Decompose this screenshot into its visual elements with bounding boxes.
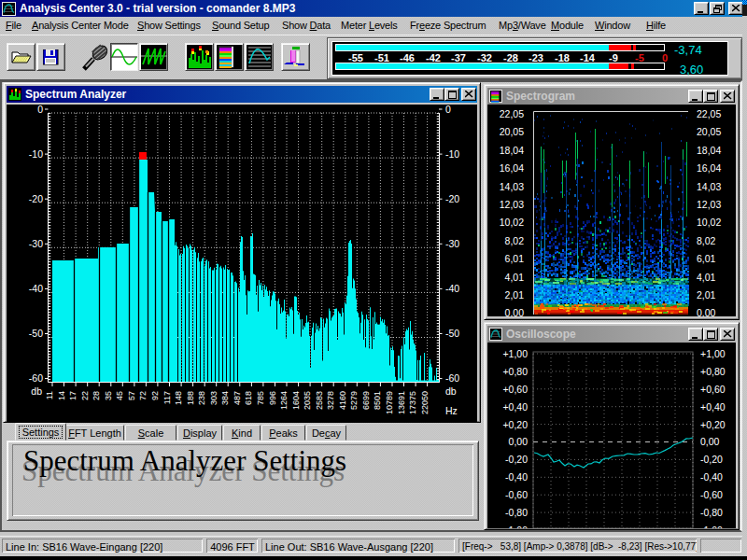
svg-text:0: 0 [445, 105, 451, 115]
svg-text:45: 45 [115, 391, 124, 400]
svg-text:+0,60: +0,60 [700, 384, 726, 395]
svg-text:-1,00: -1,00 [700, 525, 723, 528]
svg-text:4160: 4160 [338, 391, 347, 410]
svg-text:12,03: 12,03 [500, 199, 524, 210]
svg-text:22050: 22050 [420, 391, 430, 414]
svg-text:14,03: 14,03 [697, 181, 721, 192]
svg-text:-20: -20 [29, 193, 43, 204]
svg-text:5279: 5279 [349, 391, 359, 410]
svg-text:4,01: 4,01 [505, 272, 525, 283]
svg-text:+0,80: +0,80 [700, 366, 726, 377]
svg-text:188: 188 [186, 391, 195, 405]
svg-text:14,03: 14,03 [500, 181, 524, 192]
svg-text:-0,40: -0,40 [505, 471, 528, 483]
svg-text:2,01: 2,01 [697, 289, 716, 301]
svg-text:14: 14 [57, 391, 66, 400]
svg-text:117: 117 [162, 391, 172, 404]
svg-text:8,02: 8,02 [697, 235, 716, 246]
svg-text:384: 384 [220, 391, 230, 405]
svg-text:2,01: 2,01 [505, 289, 525, 301]
svg-text:2583: 2583 [315, 391, 324, 410]
svg-text:-10: -10 [445, 148, 459, 160]
svg-text:35: 35 [104, 391, 113, 400]
svg-text:+0,40: +0,40 [700, 401, 726, 413]
svg-text:72: 72 [138, 391, 148, 400]
svg-text:-40: -40 [29, 283, 43, 294]
svg-text:18,04: 18,04 [500, 145, 524, 156]
svg-text:-60: -60 [29, 372, 43, 384]
svg-text:17: 17 [68, 391, 78, 400]
svg-text:-0,40: -0,40 [700, 471, 723, 483]
svg-text:-50: -50 [445, 328, 459, 339]
svg-text:-30: -30 [445, 238, 459, 249]
svg-text:-60: -60 [445, 372, 459, 384]
svg-text:11: 11 [45, 391, 54, 399]
svg-text:2035: 2035 [303, 391, 312, 410]
svg-text:20,05: 20,05 [500, 126, 524, 137]
svg-text:-1,00: -1,00 [505, 525, 528, 528]
svg-text:13691: 13691 [397, 391, 406, 414]
svg-text:148: 148 [174, 391, 183, 405]
svg-text:-10: -10 [29, 148, 43, 160]
svg-text:0,00: 0,00 [697, 307, 716, 316]
svg-text:0,00: 0,00 [505, 307, 525, 316]
svg-text:-0,20: -0,20 [505, 454, 528, 465]
svg-text:57: 57 [127, 391, 136, 400]
svg-text:10789: 10789 [385, 391, 394, 414]
svg-text:10,02: 10,02 [697, 217, 721, 228]
svg-text:6699: 6699 [361, 391, 371, 410]
svg-text:-30: -30 [29, 238, 43, 249]
svg-text:+0,20: +0,20 [502, 419, 528, 430]
svg-text:303: 303 [209, 391, 218, 405]
svg-text:4,01: 4,01 [697, 272, 716, 283]
svg-text:487: 487 [233, 391, 242, 405]
svg-text:92: 92 [150, 391, 160, 400]
svg-text:0: 0 [37, 105, 43, 115]
svg-text:12,03: 12,03 [697, 199, 721, 210]
svg-text:6,01: 6,01 [697, 253, 716, 264]
svg-text:+0,80: +0,80 [502, 366, 528, 377]
svg-text:16,04: 16,04 [697, 162, 721, 174]
svg-text:16,04: 16,04 [500, 162, 524, 174]
svg-text:0,00: 0,00 [700, 436, 720, 447]
svg-text:-0,80: -0,80 [505, 507, 528, 518]
svg-text:238: 238 [197, 391, 206, 405]
svg-text:996: 996 [268, 391, 277, 405]
svg-text:Hz: Hz [445, 405, 458, 416]
svg-text:+1,00: +1,00 [700, 348, 726, 359]
svg-text:-0,60: -0,60 [505, 489, 528, 500]
svg-text:17375: 17375 [408, 391, 417, 414]
svg-text:20,05: 20,05 [697, 126, 721, 137]
svg-text:+0,40: +0,40 [502, 401, 528, 413]
svg-text:28: 28 [92, 391, 101, 400]
svg-text:22: 22 [80, 391, 90, 400]
svg-text:-0,80: -0,80 [700, 507, 723, 518]
svg-text:+0,20: +0,20 [700, 419, 726, 430]
svg-text:-50: -50 [29, 328, 43, 339]
svg-text:+0,60: +0,60 [502, 384, 528, 395]
svg-text:-0,60: -0,60 [700, 489, 723, 500]
svg-text:6,01: 6,01 [505, 253, 525, 264]
svg-text:db: db [31, 385, 42, 397]
svg-text:+1,00: +1,00 [502, 348, 528, 359]
svg-text:22,05: 22,05 [697, 108, 721, 119]
svg-text:8501: 8501 [373, 391, 382, 410]
svg-text:18,04: 18,04 [697, 145, 721, 156]
svg-text:10,02: 10,02 [500, 217, 524, 228]
svg-text:0,00: 0,00 [509, 436, 529, 447]
svg-text:-40: -40 [445, 283, 459, 294]
svg-text:618: 618 [244, 391, 253, 405]
svg-text:22,05: 22,05 [500, 108, 524, 119]
svg-text:-0,20: -0,20 [700, 454, 723, 465]
svg-text:8,02: 8,02 [505, 235, 525, 246]
svg-text:785: 785 [256, 391, 265, 405]
svg-text:1604: 1604 [291, 391, 301, 410]
svg-text:-20: -20 [445, 193, 459, 204]
svg-text:db: db [445, 385, 457, 397]
svg-text:3278: 3278 [326, 391, 335, 410]
svg-text:1264: 1264 [279, 391, 289, 410]
